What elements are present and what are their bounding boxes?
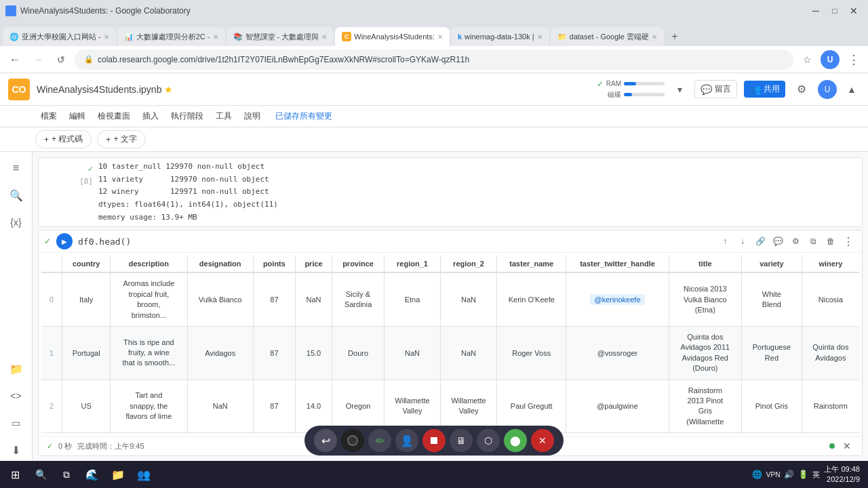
- tab-5-favicon: k: [458, 33, 462, 41]
- collapse-btn[interactable]: ▲: [844, 81, 860, 98]
- battery-icon[interactable]: 🔋: [798, 470, 808, 479]
- explorer-btn[interactable]: 📁: [106, 462, 130, 487]
- lock-icon: 🔒: [84, 55, 94, 64]
- tab-1[interactable]: 🌐 亚洲大學校園入口网站 - ✕: [3, 27, 116, 46]
- main-content: ≡ 🔍 {x} 📁 <> ▭ ⬇ ✓ [8] 10 taster_null 12…: [0, 152, 868, 466]
- comment-btn[interactable]: 💬 留言: [694, 80, 737, 98]
- minimize-btn[interactable]: ─: [807, 4, 825, 18]
- tab-3[interactable]: 📚 智慧課堂 - 大數處理與 ✕: [226, 27, 334, 46]
- sidebar-toc-icon[interactable]: ≡: [5, 157, 27, 179]
- col-region1: region_1: [384, 256, 440, 272]
- delete-cell-btn[interactable]: 🗑: [823, 233, 839, 249]
- task-view-btn[interactable]: ⧉: [54, 462, 79, 487]
- start-btn[interactable]: ⊞: [3, 462, 27, 487]
- ft-dot-btn[interactable]: ⬤: [504, 429, 527, 452]
- browser-window: WineAnalysis4Students: - Google Colabora…: [0, 0, 868, 488]
- url-text: colab.research.google.com/drive/1t2h1IT2…: [98, 55, 469, 64]
- ft-record-btn[interactable]: [341, 429, 364, 452]
- tab-2-close[interactable]: ✕: [213, 33, 218, 41]
- profile-btn[interactable]: U: [821, 50, 840, 69]
- tab-5-close[interactable]: ✕: [537, 33, 542, 41]
- ft-user-btn[interactable]: 👤: [395, 429, 418, 452]
- content-scroll-area[interactable]: ✓ [8] 10 taster_null 129970 non-null obj…: [33, 152, 868, 466]
- ft-pen-btn[interactable]: ✏: [368, 429, 391, 452]
- add-text-btn[interactable]: + + 文字: [97, 130, 145, 148]
- ram-label: RAM: [606, 80, 621, 87]
- tab-2[interactable]: 📊 大數據處理與分析2C - ✕: [117, 27, 225, 46]
- row-2-designation: NaN: [187, 380, 253, 433]
- menu-edit[interactable]: 編輯: [64, 108, 91, 125]
- menu-view[interactable]: 檢視畫面: [92, 108, 136, 125]
- row-2-price: 14.0: [295, 380, 332, 433]
- menu-insert[interactable]: 插入: [137, 108, 164, 125]
- row-0-region1: Etna: [384, 272, 440, 326]
- taskbar-date: 2022/12/9: [824, 474, 860, 485]
- reload-btn[interactable]: ↺: [52, 50, 71, 69]
- taskbar-datetime: 上午 09:48 2022/12/9: [824, 464, 860, 485]
- tab-6[interactable]: 📁 dataset - Google 雲端硬 ✕: [551, 27, 664, 46]
- tab-6-close[interactable]: ✕: [652, 33, 657, 41]
- settings-cell-btn[interactable]: ⚙: [787, 233, 804, 249]
- sidebar-code-icon[interactable]: <>: [5, 385, 27, 407]
- tab-4-active[interactable]: C WineAnalysis4Students: ✕: [335, 27, 450, 46]
- run-cell-btn[interactable]: ▶: [56, 233, 73, 249]
- teams-btn[interactable]: 👥: [132, 462, 156, 487]
- lang-indicator: 英: [812, 470, 820, 480]
- colab-logo: CO: [8, 79, 30, 100]
- close-output-btn[interactable]: ✕: [840, 439, 854, 453]
- completion-time: 完成時間：上午9:45: [77, 441, 144, 451]
- link-btn[interactable]: 🔗: [752, 233, 768, 249]
- volume-icon[interactable]: 🔊: [784, 470, 794, 479]
- vpn-label: VPN: [766, 471, 781, 479]
- settings-btn[interactable]: ⚙: [792, 80, 811, 99]
- sidebar-folder-icon[interactable]: 📁: [5, 358, 27, 380]
- tab-4-close[interactable]: ✕: [437, 33, 443, 41]
- col-province: province: [332, 256, 384, 272]
- sidebar-formula-icon[interactable]: {x}: [5, 211, 27, 233]
- status-green-dot: [829, 443, 835, 449]
- sys-tray: 🌐 VPN 🔊 🔋 英 上午 09:48 2022/12/9: [747, 464, 865, 485]
- avatar[interactable]: U: [818, 80, 837, 99]
- menu-tools[interactable]: 工具: [210, 108, 237, 125]
- row-1-price: 15.0: [295, 327, 332, 380]
- sidebar-terminal-icon[interactable]: ▭: [5, 412, 27, 434]
- sidebar-search-icon[interactable]: 🔍: [5, 184, 27, 206]
- copy-cell-btn[interactable]: ⧉: [805, 233, 821, 249]
- ft-screen-btn[interactable]: 🖥: [450, 429, 473, 452]
- star-icon[interactable]: ★: [164, 84, 173, 95]
- share-btn[interactable]: 👥 共用: [744, 81, 785, 98]
- tab-1-close[interactable]: ✕: [104, 33, 109, 41]
- search-taskbar-btn[interactable]: 🔍: [28, 462, 53, 487]
- network-icon[interactable]: 🌐: [752, 470, 762, 479]
- col-price: price: [295, 256, 332, 272]
- row-1-province: Douro: [332, 327, 384, 380]
- check-icon: ✓: [597, 79, 604, 89]
- menu-runtime[interactable]: 執行階段: [165, 108, 209, 125]
- bookmark-btn[interactable]: ☆: [797, 50, 816, 69]
- move-up-btn[interactable]: ↑: [717, 233, 733, 249]
- close-btn[interactable]: ✕: [845, 4, 863, 18]
- edge-btn[interactable]: 🌊: [80, 462, 104, 487]
- tab-5[interactable]: k winemag-data-130k | ✕: [451, 27, 549, 46]
- dropdown-btn[interactable]: ▾: [671, 81, 688, 98]
- ft-refresh-btn[interactable]: ↩: [314, 429, 337, 452]
- sidebar-download-icon[interactable]: ⬇: [5, 439, 27, 461]
- new-tab-btn[interactable]: +: [665, 27, 684, 46]
- menu-file[interactable]: 檔案: [35, 108, 62, 125]
- menu-help[interactable]: 說明: [239, 108, 266, 125]
- url-bar[interactable]: 🔒 colab.research.google.com/drive/1t2h1I…: [75, 49, 793, 70]
- back-btn[interactable]: ←: [5, 50, 24, 69]
- forward-btn[interactable]: →: [28, 50, 47, 69]
- move-down-btn[interactable]: ↓: [734, 233, 751, 249]
- add-code-btn[interactable]: + + 程式碼: [35, 130, 92, 148]
- tab-3-favicon: 📚: [233, 33, 243, 41]
- ft-close-btn[interactable]: ✕: [531, 429, 554, 452]
- more-options-btn[interactable]: ⋮: [840, 233, 856, 249]
- tab-3-close[interactable]: ✕: [321, 33, 327, 41]
- ft-draw-btn[interactable]: ⬡: [477, 429, 500, 452]
- main-cell: ✓ ▶ df0.head() ↑ ↓ 🔗 💬 ⚙ ⧉ 🗑 ⋮: [38, 230, 863, 456]
- ft-stop-btn[interactable]: ⏹: [422, 429, 446, 452]
- maximize-btn[interactable]: □: [826, 4, 844, 18]
- menu-dots-btn[interactable]: ⋮: [844, 50, 863, 69]
- comment-cell-btn[interactable]: 💬: [770, 233, 786, 249]
